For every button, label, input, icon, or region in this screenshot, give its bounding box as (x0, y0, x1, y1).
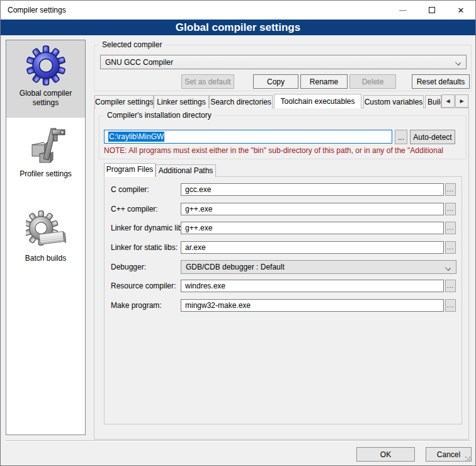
tab-label: Search directories (210, 98, 271, 106)
cpp-compiler-label: C++ compiler: (111, 205, 158, 213)
cpp-compiler-value: g++.exe (185, 205, 212, 213)
resource-compiler-input[interactable]: windres.exe (181, 280, 444, 292)
tab-additional-paths[interactable]: Additional Paths (156, 164, 216, 177)
tab-scroll-right-button[interactable]: ▶ (455, 94, 468, 108)
browse-label: ... (447, 302, 454, 309)
tab-custom-variables[interactable]: Custom variables (363, 95, 424, 108)
maximize-button[interactable] (417, 1, 446, 20)
sidebar-item-label: Global compiler settings (6, 89, 85, 113)
linker-dynamic-browse-button[interactable]: ... (445, 222, 456, 234)
browse-label: ... (447, 186, 454, 193)
close-icon: ✕ (458, 6, 465, 15)
window-title: Compiler settings (1, 6, 388, 14)
linker-static-value: ar.exe (185, 243, 206, 252)
resource-compiler-value: windres.exe (185, 281, 225, 290)
tab-linker-settings[interactable]: Linker settings (154, 95, 209, 108)
browse-label: ... (447, 282, 454, 289)
compiler-select-value: GNU GCC Compiler (105, 58, 173, 67)
compiler-settings-dialog: Compiler settings — ✕ Global compiler se… (0, 0, 476, 466)
gray-gear-stack-icon (26, 210, 66, 251)
linker-dynamic-value: g++.exe (185, 224, 212, 232)
minimize-icon: — (399, 6, 407, 14)
cancel-button[interactable]: Cancel (426, 447, 472, 462)
auto-detect-label: Auto-detect (413, 133, 451, 142)
page-title: Global compiler settings (1, 20, 475, 35)
debugger-value: GDB/CDB debugger : Default (186, 263, 285, 271)
minimize-button[interactable]: — (388, 1, 417, 20)
make-program-value: mingw32-make.exe (185, 301, 251, 310)
tab-label: Compiler settings (95, 98, 154, 106)
c-compiler-label: C compiler: (111, 185, 149, 194)
make-program-label: Make program: (111, 301, 162, 310)
reset-defaults-button[interactable]: Reset defaults (412, 74, 470, 89)
browse-label: ... (447, 244, 454, 251)
tab-toolchain-executables[interactable]: Toolchain executables (274, 94, 361, 108)
tab-search-directories[interactable]: Search directories (209, 95, 273, 108)
installation-path-input[interactable]: C:\raylib\MinGW (104, 130, 392, 144)
arrow-left-icon: ◀ (446, 98, 450, 104)
arrow-right-icon: ▶ (460, 98, 463, 104)
tab-scroll-left-button[interactable]: ◀ (441, 94, 455, 108)
rename-button[interactable]: Rename (300, 74, 348, 89)
tab-program-files[interactable]: Program Files (104, 163, 156, 177)
sidebar: Global compiler settings (6, 40, 86, 435)
close-button[interactable]: ✕ (446, 1, 475, 20)
browse-label: ... (447, 205, 454, 212)
debugger-label: Debugger: (111, 263, 146, 271)
installation-note: NOTE: All programs must exist either in … (104, 146, 465, 155)
tab-label: Custom variables (365, 98, 423, 106)
sidebar-item-batch-builds[interactable]: Batch builds (6, 205, 85, 275)
tab-compiler-settings[interactable]: Compiler settings (94, 95, 154, 108)
sidebar-item-global-compiler-settings[interactable]: Global compiler settings (6, 40, 85, 118)
sidebar-item-profiler-settings[interactable]: Profiler settings (6, 121, 85, 191)
installation-browse-button[interactable]: ... (395, 130, 407, 144)
reset-defaults-label: Reset defaults (417, 77, 465, 86)
tab-label: Program Files (106, 165, 154, 174)
linker-static-browse-button[interactable]: ... (445, 241, 456, 254)
footer-divider (6, 440, 470, 441)
installation-directory-legend: Compiler's installation directory (105, 111, 214, 120)
resource-compiler-label: Resource compiler: (111, 281, 176, 290)
make-program-browse-button[interactable]: ... (445, 299, 456, 312)
set-as-default-button[interactable]: Set as default (181, 74, 234, 89)
ok-button[interactable]: OK (356, 447, 415, 462)
delete-label: Delete (362, 77, 384, 86)
installation-path-value: C:\raylib\MinGW (108, 132, 164, 142)
program-files-page: C compiler: gcc.exe ... C++ compiler: g+… (104, 176, 462, 424)
copy-label: Copy (267, 77, 285, 86)
sidebar-item-label: Profiler settings (6, 169, 85, 184)
linker-dynamic-label: Linker for dynamic libs: (111, 224, 188, 232)
make-program-input[interactable]: mingw32-make.exe (181, 299, 444, 312)
tab-label: Linker settings (157, 98, 205, 106)
maximize-icon (429, 7, 435, 13)
copy-button[interactable]: Copy (253, 74, 298, 89)
set-as-default-label: Set as default (184, 77, 230, 86)
compiler-select[interactable]: GNU GCC Compiler (100, 55, 467, 69)
delete-button[interactable]: Delete (349, 74, 396, 89)
tab-label: Additional Paths (159, 166, 213, 175)
c-compiler-value: gcc.exe (185, 185, 211, 194)
tab-build-options[interactable]: Build options (425, 95, 441, 108)
auto-detect-button[interactable]: Auto-detect (410, 130, 455, 144)
browse-label: ... (398, 133, 404, 142)
ok-label: OK (380, 450, 391, 459)
titlebar[interactable]: Compiler settings — ✕ (1, 1, 475, 20)
linker-static-input[interactable]: ar.exe (181, 241, 444, 254)
caliper-icon (26, 126, 66, 166)
chevron-down-icon (445, 265, 451, 271)
cancel-label: Cancel (437, 450, 460, 459)
cpp-compiler-input[interactable]: g++.exe (181, 203, 444, 215)
cpp-compiler-browse-button[interactable]: ... (445, 203, 456, 215)
chevron-down-icon (455, 60, 461, 65)
sidebar-item-label: Batch builds (6, 254, 85, 268)
resource-compiler-browse-button[interactable]: ... (445, 280, 456, 292)
rename-label: Rename (310, 77, 338, 86)
linker-dynamic-input[interactable]: g++.exe (181, 222, 444, 234)
debugger-select[interactable]: GDB/CDB debugger : Default (181, 260, 456, 274)
resize-grip[interactable] (465, 457, 467, 458)
tab-label: Build options (428, 98, 441, 106)
c-compiler-input[interactable]: gcc.exe (181, 183, 444, 196)
c-compiler-browse-button[interactable]: ... (445, 183, 456, 196)
browse-label: ... (447, 224, 454, 231)
linker-static-label: Linker for static libs: (111, 243, 178, 252)
